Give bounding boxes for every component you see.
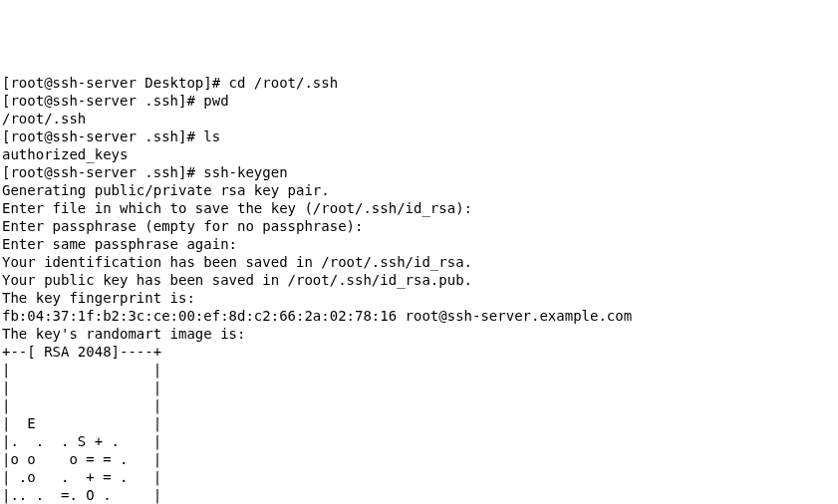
- terminal-line: | |: [2, 397, 161, 413]
- terminal-line: Enter passphrase (empty for no passphras…: [2, 218, 363, 234]
- terminal-line: |o o o = = . |: [2, 451, 161, 467]
- terminal-line: [root@ssh-server .ssh]# pwd: [2, 93, 229, 109]
- terminal-line: | E |: [2, 415, 161, 431]
- terminal-line: Generating public/private rsa key pair.: [2, 182, 330, 198]
- terminal-line: [root@ssh-server .ssh]# ls: [2, 128, 220, 144]
- terminal-line: +--[ RSA 2048]----+: [2, 344, 161, 360]
- terminal-line: Enter file in which to save the key (/ro…: [2, 200, 472, 216]
- terminal-line: The key fingerprint is:: [2, 290, 195, 306]
- terminal-line: [root@ssh-server .ssh]# ssh-keygen: [2, 164, 288, 180]
- terminal-line: fb:04:37:1f:b2:3c:ce:00:ef:8d:c2:66:2a:0…: [2, 308, 632, 324]
- terminal-line: | |: [2, 362, 161, 378]
- terminal-line: Enter same passphrase again:: [2, 236, 237, 252]
- terminal-line: |.. . =. O . |: [2, 487, 161, 503]
- terminal-line: authorized_keys: [2, 146, 128, 162]
- terminal-line: | |: [2, 379, 161, 395]
- terminal-line: [root@ssh-server Desktop]# cd /root/.ssh: [2, 75, 338, 91]
- terminal-line: |. . . S + . |: [2, 433, 161, 449]
- terminal-line: The key's randomart image is:: [2, 326, 245, 342]
- terminal-line: Your identification has been saved in /r…: [2, 254, 472, 270]
- terminal-line: | .o . + = . |: [2, 469, 161, 485]
- terminal-line: /root/.ssh: [2, 111, 86, 126]
- terminal-line: Your public key has been saved in /root/…: [2, 272, 472, 288]
- terminal-output[interactable]: [root@ssh-server Desktop]# cd /root/.ssh…: [2, 74, 836, 504]
